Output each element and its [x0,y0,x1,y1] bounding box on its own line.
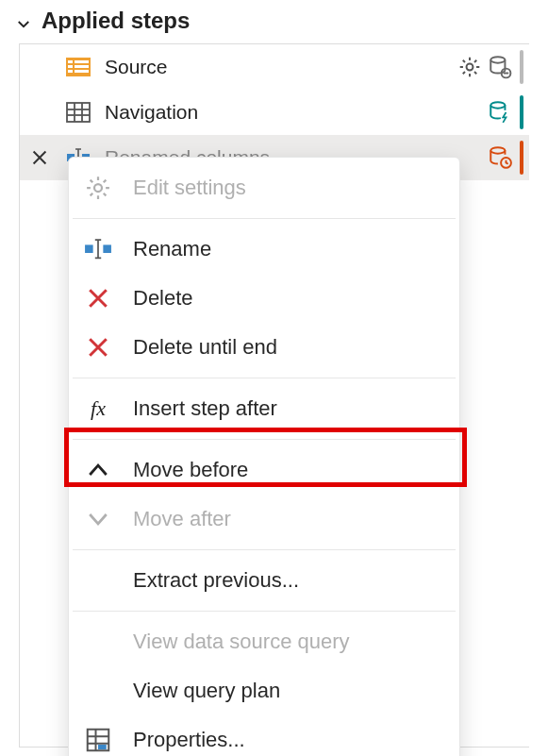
menu-view-data-source-query: View data source query [69,617,459,666]
svg-rect-11 [67,103,90,122]
menu-rename[interactable]: Rename [69,225,459,274]
panel-title: Applied steps [42,8,190,34]
close-icon [84,333,112,361]
menu-separator [73,611,456,612]
applied-steps-header[interactable]: Applied steps [0,0,548,43]
menu-label: Edit settings [133,176,246,200]
table-icon [65,99,91,126]
menu-move-after: Move after [69,495,459,544]
menu-delete-until-end[interactable]: Delete until end [69,323,459,372]
step-label: Source [105,56,457,78]
menu-view-query-plan[interactable]: View query plan [69,666,459,715]
menu-extract-previous[interactable]: Extract previous... [69,556,459,605]
menu-label: Delete until end [133,335,277,360]
database-minus-icon [488,55,512,79]
menu-label: View query plan [133,679,280,703]
blank-icon [84,677,112,705]
status-bar [520,50,523,84]
svg-rect-3 [68,65,73,68]
svg-point-20 [490,147,505,154]
menu-move-before[interactable]: Move before [69,445,459,495]
menu-label: View data source query [133,630,350,654]
menu-separator [73,549,456,550]
properties-icon [84,726,112,754]
svg-rect-4 [75,65,89,68]
database-clock-icon [488,145,512,170]
fx-icon: fx [84,395,112,423]
blank-icon [84,566,112,595]
svg-point-22 [94,184,102,192]
chevron-down-icon [84,505,112,533]
step-context-menu: Edit settings Rename Delete Delete until… [68,157,460,756]
menu-separator [73,439,456,440]
menu-label: Move after [133,507,231,531]
svg-rect-6 [75,70,89,73]
svg-point-8 [490,57,505,62]
svg-rect-1 [68,60,73,63]
menu-separator [73,378,456,378]
svg-rect-2 [75,60,89,63]
svg-rect-23 [85,245,93,254]
menu-label: Delete [133,286,193,311]
step-row-navigation[interactable]: Navigation [20,90,529,135]
rename-icon [84,235,112,263]
step-label: Navigation [105,101,488,124]
menu-label: Move before [133,458,248,482]
menu-label: Extract previous... [133,568,299,593]
svg-point-16 [490,102,505,109]
chevron-up-icon [84,456,112,484]
blank-icon [84,628,112,656]
delete-step-icon[interactable] [29,147,50,168]
source-icon [65,54,91,80]
gear-icon [84,174,112,202]
menu-delete[interactable]: Delete [69,274,459,323]
svg-rect-5 [68,70,73,73]
menu-label: Properties... [133,728,245,752]
step-row-source[interactable]: Source [20,44,529,90]
status-bar [520,141,523,175]
menu-label: Insert step after [133,396,277,421]
menu-label: Rename [133,237,211,261]
chevron-down-icon [15,12,32,29]
gear-icon[interactable] [457,55,482,79]
svg-rect-30 [98,745,107,749]
database-lightning-icon [488,100,512,125]
menu-separator [73,218,456,219]
menu-insert-step-after[interactable]: fx Insert step after [69,384,459,433]
svg-point-7 [467,64,473,71]
close-icon [84,284,112,312]
status-bar [520,95,523,129]
menu-edit-settings: Edit settings [69,163,459,212]
menu-properties[interactable]: Properties... [69,715,459,756]
svg-rect-24 [103,245,111,254]
